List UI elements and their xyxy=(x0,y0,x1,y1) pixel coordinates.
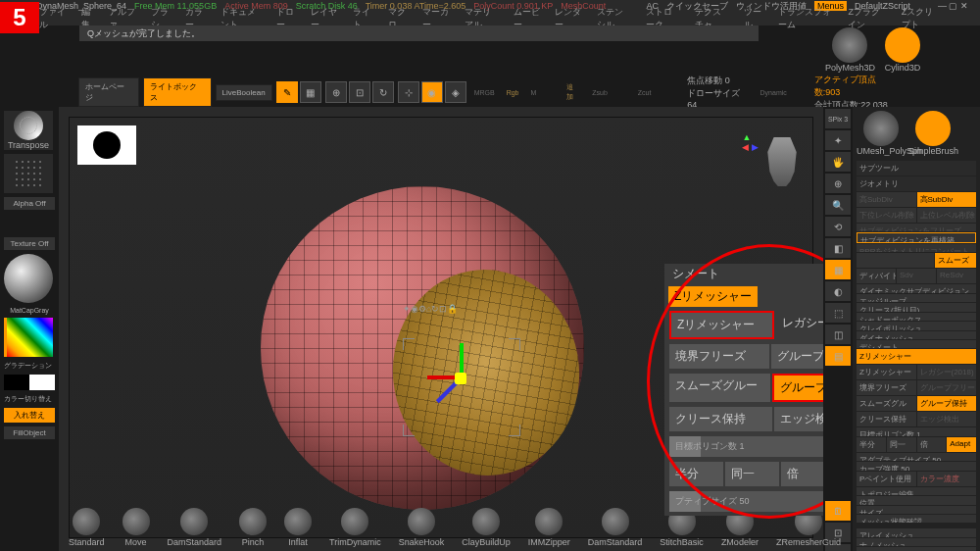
gizmo-icon[interactable]: ⊹ xyxy=(398,81,419,103)
brush-item[interactable]: DamStandard xyxy=(588,508,643,547)
keep-creases[interactable]: クリース保持 xyxy=(669,407,772,431)
detect-edges[interactable]: エッジ検出 xyxy=(774,407,823,431)
nav-icon[interactable]: ⬚ xyxy=(825,303,851,323)
same-button[interactable]: 同一 xyxy=(725,462,779,486)
step-badge: 5 xyxy=(0,2,39,33)
fillobject-button[interactable]: FillObject xyxy=(4,426,55,439)
brush-item[interactable]: Standard xyxy=(69,508,105,547)
keep-groups-r[interactable]: グループ保持 xyxy=(917,396,977,411)
home-button[interactable]: ホームページ xyxy=(78,77,139,107)
gizmo-toolbar[interactable]: ✦◉⚙⌂↻⊡🔒 xyxy=(403,304,458,314)
brush-item[interactable]: ClayBuildUp xyxy=(462,508,511,547)
dynamesh[interactable]: ダイナメッシュ xyxy=(857,331,976,339)
rotate-icon[interactable]: ↻ xyxy=(372,81,394,103)
spix-control[interactable]: SPix 3 xyxy=(825,109,851,128)
transpose-tool[interactable]: Transpose xyxy=(4,111,53,150)
swap-button[interactable]: 入れ替え xyxy=(4,408,55,423)
transform-gizmo[interactable] xyxy=(427,343,496,412)
menu-item[interactable]: ファイル xyxy=(39,6,68,31)
nav-icon[interactable]: ✦ xyxy=(825,130,851,150)
navigation-head[interactable] xyxy=(761,137,803,186)
matcap-selector[interactable] xyxy=(4,254,53,303)
tool-preview[interactable]: UMesh_PolySph xyxy=(857,111,906,156)
nav-icon[interactable]: ◫ xyxy=(825,325,851,344)
adaptive-size[interactable]: アダプティブサイズ 50 xyxy=(857,453,976,461)
nav-icon[interactable]: ◐ xyxy=(825,281,851,301)
double-button[interactable]: 倍 xyxy=(781,462,823,486)
subtool-header[interactable]: サブツール xyxy=(857,161,976,175)
move-icon[interactable]: ⊕ xyxy=(325,81,347,103)
dynamic-toggle[interactable]: Dynamic xyxy=(757,89,791,96)
shadowbox[interactable]: シャドーボックス xyxy=(857,313,976,321)
active-points: アクティブ頂点数:903 xyxy=(814,74,902,99)
half-button[interactable]: 半分 xyxy=(669,462,723,486)
geometry-header[interactable]: ジオメトリ xyxy=(857,176,976,191)
brush-item[interactable]: Inflat xyxy=(284,508,312,547)
nav-icon[interactable]: ◧ xyxy=(825,238,851,258)
freeze-border[interactable]: 境界フリーズ xyxy=(669,344,769,369)
edgeloop[interactable]: エッジループ xyxy=(857,294,976,302)
top-brush[interactable]: PolyMesh3D xyxy=(825,27,874,73)
brush-item[interactable]: IMMZipper xyxy=(528,508,570,547)
nav-icon[interactable]: ⟲ xyxy=(825,217,851,236)
brush-item[interactable]: TrimDynamic xyxy=(329,508,381,547)
high-subdiv[interactable]: 高SubDiv xyxy=(917,192,977,207)
adaptive-slider[interactable]: プティブサイズ 50 xyxy=(669,491,823,512)
nav-icon[interactable]: 🔍 xyxy=(825,195,851,215)
edit-icon[interactable]: ✎ xyxy=(276,81,298,103)
target-poly-slider[interactable]: 目標ポリゴン数 1 xyxy=(669,436,823,457)
brush-item[interactable]: Move xyxy=(122,508,150,547)
right-icon-column: SPix 3 ✦ 🖐 ⊕ 🔍 ⟲ ◧ ▦ ◐ ⬚ ◫ ▤ 🗓 ⊡ ⊞ ▦ xyxy=(823,107,853,551)
sculptris-icon[interactable]: ◉ xyxy=(421,81,443,103)
zremesher-button[interactable]: Zリメッシャー xyxy=(669,311,774,339)
nav-icon[interactable]: ▦ xyxy=(825,260,851,279)
dynamic-sdiv[interactable]: ダイナミックサブディビジョン xyxy=(857,284,976,292)
freeze-sdiv[interactable]: サブディビジョンをフリーズ xyxy=(857,224,976,231)
toolbar: ホームページ ライトボックス LiveBoolean ✎ ▦ ⊕ ⊡ ↻ ⊹ ◉… xyxy=(0,77,980,107)
freeze-groups[interactable]: グループフリーズ xyxy=(771,344,823,369)
claypolish[interactable]: クレイポリッシュ xyxy=(857,322,976,329)
rebuild-sdiv[interactable]: サブディビジョンを再構築 xyxy=(857,232,976,242)
crease[interactable]: クリース(折り目) xyxy=(857,303,976,311)
brush-item[interactable]: SnakeHook xyxy=(399,508,445,547)
gradient-picker[interactable] xyxy=(4,318,53,357)
topology[interactable]: トポロジー編集 xyxy=(857,487,976,495)
tool-palette: UMesh_PolySph SimpleBrush サブツール ジオメトリ 高S… xyxy=(853,107,980,551)
brush-item[interactable]: DamStandard xyxy=(168,508,222,547)
nav-icon[interactable]: ⊕ xyxy=(825,174,851,193)
panel-title: Zリメッシャー xyxy=(668,286,758,307)
nav-icon[interactable]: 🖐 xyxy=(825,152,851,172)
lightbox-button[interactable]: ライトボックス xyxy=(143,77,212,107)
menubar: ファイル 編集 アルファ ブラシ カラー ドキュメント ドロー レイヤー ライト… xyxy=(0,12,980,25)
smooth-btn[interactable]: スムーズ xyxy=(935,253,976,268)
dots-tool[interactable] xyxy=(4,154,53,193)
keep-groups[interactable]: グループ保持 xyxy=(772,374,823,402)
viewport[interactable]: ✦◉⚙⌂↻⊡🔒 ▲◀ ▶ シメート Zリメッシャー Zリメッシャー レガシー(2… xyxy=(59,107,823,551)
alpha-off[interactable]: Alpha Off xyxy=(4,197,55,210)
texture-off[interactable]: Texture Off xyxy=(4,237,55,250)
left-sidebar: Transpose Alpha Off Texture Off MatCapGr… xyxy=(0,107,59,551)
smooth-groups[interactable]: スムーズグルー xyxy=(669,374,770,402)
tool-preview[interactable]: SimpleBrush xyxy=(908,111,957,156)
alpha-preview xyxy=(77,125,136,165)
zremesher-header[interactable]: Zリメッシャー xyxy=(857,349,976,364)
zremesher-panel: シメート Zリメッシャー Zリメッシャー レガシー(2018) 境界フリーズ グ… xyxy=(664,264,823,516)
decimate[interactable]: デシメート xyxy=(857,340,976,348)
draw-icon[interactable]: ▦ xyxy=(300,81,321,103)
brush-item[interactable]: Pinch xyxy=(239,508,267,547)
top-brush[interactable]: Cylind3D xyxy=(878,27,927,73)
nav-icon[interactable]: ▤ xyxy=(825,346,851,366)
legacy-button[interactable]: レガシー(2018) xyxy=(776,311,823,339)
liveboolean-button[interactable]: LiveBoolean xyxy=(216,84,272,101)
dynamesh-icon[interactable]: ◈ xyxy=(445,81,466,103)
status-message: Qメッシュが完了しました。 xyxy=(79,25,759,41)
zremesher-btn[interactable]: Zリメッシャー xyxy=(857,365,916,379)
scale-icon[interactable]: ⊡ xyxy=(349,81,370,103)
divide-btn[interactable]: ディバイド xyxy=(857,269,896,283)
focal-slider[interactable]: 焦点移動 0 xyxy=(687,75,752,87)
target-poly[interactable]: 目標ポリゴン数 1 xyxy=(857,427,976,435)
